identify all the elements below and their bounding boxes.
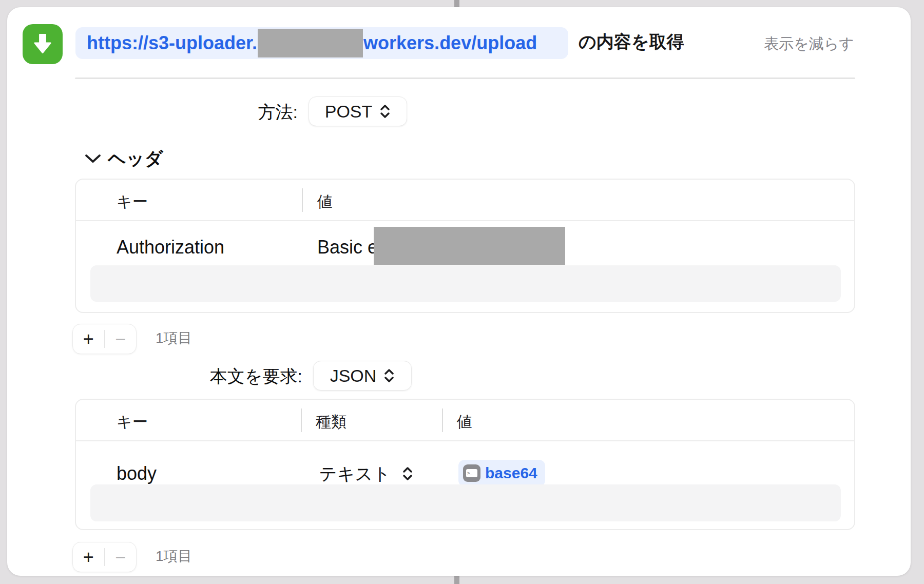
column-divider bbox=[302, 188, 303, 212]
url-redaction-block bbox=[258, 29, 363, 57]
header-key-field[interactable]: Authorization bbox=[117, 236, 224, 259]
action-connector-line-bottom bbox=[454, 575, 459, 584]
remove-header-button[interactable]: − bbox=[105, 324, 137, 354]
chevron-up-down-icon bbox=[402, 466, 413, 481]
chevron-up-down-icon bbox=[379, 104, 391, 119]
url-suffix-text: workers.dev/upload bbox=[363, 32, 537, 54]
variable-name: base64 bbox=[485, 464, 537, 482]
get-contents-of-url-action-card: https://s3-uploader. workers.dev/upload … bbox=[7, 7, 911, 576]
body-key-field[interactable]: body bbox=[117, 462, 157, 485]
request-body-table: キー 種類 値 body テキスト >_ base64 bbox=[75, 399, 855, 530]
body-item-count: 1項目 bbox=[156, 546, 192, 567]
add-header-button[interactable]: + bbox=[73, 324, 104, 354]
chevron-up-down-icon bbox=[383, 368, 395, 383]
new-header-key-input[interactable] bbox=[90, 265, 841, 302]
column-header-value: 値 bbox=[457, 411, 472, 433]
request-body-format-select[interactable]: JSON bbox=[313, 361, 412, 391]
headers-table: キー 値 Authorization Basic e bbox=[75, 179, 855, 313]
url-prefix-text: https://s3-uploader. bbox=[87, 32, 257, 54]
request-body-format-value: JSON bbox=[330, 366, 377, 386]
column-header-key: キー bbox=[117, 411, 148, 433]
remove-body-field-button[interactable]: − bbox=[105, 542, 137, 572]
download-arrow-icon bbox=[23, 24, 63, 64]
body-type-value: テキスト bbox=[319, 462, 391, 485]
method-value: POST bbox=[325, 102, 373, 122]
header-value-field[interactable]: Basic e bbox=[317, 236, 378, 259]
column-header-value: 値 bbox=[317, 191, 333, 212]
request-body-label: 本文を要求: bbox=[161, 364, 302, 388]
column-header-key: キー bbox=[117, 191, 148, 212]
column-divider bbox=[442, 408, 443, 432]
action-connector-line-top bbox=[454, 0, 459, 8]
header-separator bbox=[75, 77, 855, 79]
headers-add-remove-stepper: + − bbox=[72, 324, 137, 354]
method-label: 方法: bbox=[213, 100, 298, 124]
action-title-suffix: の内容を取得 bbox=[579, 26, 684, 57]
table-header-separator bbox=[76, 440, 854, 441]
show-less-button[interactable]: 表示を減らす bbox=[764, 32, 854, 55]
url-token-field[interactable]: https://s3-uploader. workers.dev/upload bbox=[75, 27, 568, 59]
headers-disclosure-toggle[interactable]: ヘッダ bbox=[84, 146, 163, 171]
new-body-key-input[interactable] bbox=[90, 484, 841, 521]
chevron-down-icon bbox=[84, 153, 102, 164]
column-header-type: 種類 bbox=[316, 411, 346, 433]
headers-item-count: 1項目 bbox=[156, 327, 192, 349]
shortcuts-editor-canvas: https://s3-uploader. workers.dev/upload … bbox=[0, 0, 924, 584]
add-body-field-button[interactable]: + bbox=[73, 542, 104, 572]
base64-variable-token[interactable]: >_ base64 bbox=[458, 460, 545, 486]
body-type-select[interactable]: テキスト bbox=[319, 462, 413, 485]
method-select[interactable]: POST bbox=[309, 96, 407, 126]
headers-section-title: ヘッダ bbox=[108, 146, 163, 171]
shell-script-variable-icon: >_ bbox=[463, 464, 480, 482]
table-header-separator bbox=[76, 220, 854, 221]
body-add-remove-stepper: + − bbox=[72, 542, 137, 572]
value-redaction-block bbox=[374, 227, 565, 265]
column-divider bbox=[301, 408, 302, 432]
